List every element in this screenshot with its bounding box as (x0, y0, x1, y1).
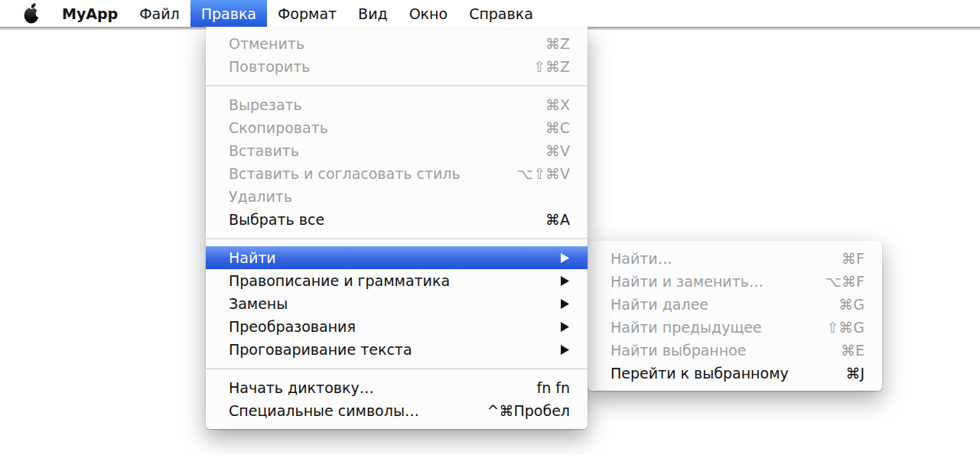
menu-item-shortcut: ⌘Z (545, 32, 570, 55)
menubar-item-label: Справка (469, 5, 533, 22)
edit-menu-item-1-2[interactable]: Вставить⌘V (206, 139, 588, 162)
menu-item-label: Вырезать (229, 93, 535, 116)
menu-item-label: Скопировать (229, 116, 535, 139)
menu-item-label: Выбрать все (229, 208, 535, 231)
edit-menu-item-2-0[interactable]: Найти (206, 246, 588, 269)
menu-item-label: Вставить и согласовать стиль (229, 162, 506, 185)
menu-item-label: Найти выбранное (610, 339, 830, 362)
menu-item-label: Замены (229, 292, 549, 315)
menu-item-shortcut: ⌘G (838, 293, 864, 316)
menu-item-label: Преобразования (229, 315, 549, 338)
menu-item-shortcut: ⌘E (841, 339, 864, 362)
menu-item-label: Перейти к выбранному (610, 362, 835, 385)
edit-menu-item-2-1[interactable]: Правописание и грамматика (206, 269, 588, 292)
find-submenu-item-0-4[interactable]: Найти выбранное⌘E (588, 339, 882, 362)
menu-item-label: Специальные символы… (229, 399, 477, 422)
menu-separator (206, 368, 588, 369)
menu-item-shortcut: ^⌘Пробел (487, 399, 570, 422)
menu-item-label: Найти далее (610, 293, 828, 316)
submenu-arrow-icon (559, 321, 570, 333)
submenu-arrow-icon (559, 298, 570, 310)
menu-item-label: Отменить (229, 32, 535, 55)
menubar-item-label: Окно (409, 5, 448, 22)
find-submenu-item-0-3[interactable]: Найти предыдущее⇧⌘G (588, 316, 882, 339)
edit-menu-item-2-2[interactable]: Замены (206, 292, 588, 315)
edit-menu-item-0-0[interactable]: Отменить⌘Z (206, 32, 588, 55)
menu-item-label: Найти (229, 246, 549, 269)
menu-item-shortcut: ⌘F (842, 247, 864, 270)
menubar-item-3[interactable]: Формат (267, 0, 347, 27)
submenu-arrow-icon (559, 252, 570, 264)
menu-item-shortcut: ⌥⇧⌘V (516, 162, 570, 185)
edit-menu-item-3-1[interactable]: Специальные символы…^⌘Пробел (206, 399, 588, 422)
menu-bar: MyAppФайлПравкаФорматВидОкноСправка (0, 0, 980, 27)
menubar-item-label: Правка (201, 5, 256, 22)
menu-item-shortcut: ⌘A (545, 208, 570, 231)
menu-item-label: Повторить (229, 55, 523, 78)
menu-item-shortcut: ⌘J (845, 362, 864, 385)
menu-item-label: Вставить (229, 139, 535, 162)
edit-menu-item-1-5[interactable]: Выбрать все⌘A (206, 208, 588, 231)
menu-item-label: Найти и заменить… (610, 270, 814, 293)
submenu-arrow-icon (559, 344, 570, 356)
menu-separator (206, 238, 588, 239)
edit-menu-item-3-0[interactable]: Начать диктовку…fn fn (206, 376, 588, 399)
menu-item-shortcut: ⌘C (545, 116, 570, 139)
edit-menu-item-1-1[interactable]: Скопировать⌘C (206, 116, 588, 139)
menubar-item-label: Файл (139, 5, 180, 22)
find-submenu-item-0-5[interactable]: Перейти к выбранному⌘J (588, 362, 882, 385)
menubar-item-4[interactable]: Вид (347, 0, 399, 27)
edit-menu-item-1-0[interactable]: Вырезать⌘X (206, 93, 588, 116)
menu-separator (206, 85, 588, 86)
menu-item-shortcut: fn fn (536, 376, 570, 399)
menu-item-label: Найти… (610, 247, 831, 270)
submenu-arrow-icon (559, 275, 570, 287)
menu-item-shortcut: ⇧⌘G (826, 316, 864, 339)
menubar-item-label: Формат (278, 5, 337, 22)
apple-menu[interactable] (13, 0, 51, 27)
find-submenu-item-0-2[interactable]: Найти далее⌘G (588, 293, 882, 316)
edit-menu-item-2-4[interactable]: Проговаривание текста (206, 338, 588, 361)
edit-menu-panel: Отменить⌘ZПовторить⇧⌘ZВырезать⌘XСкопиров… (206, 27, 588, 429)
menu-item-shortcut: ⌘X (545, 93, 570, 116)
menu-item-label: Проговаривание текста (229, 338, 549, 361)
menu-item-shortcut: ⌥⌘F (825, 270, 864, 293)
find-submenu-item-0-1[interactable]: Найти и заменить…⌥⌘F (588, 270, 882, 293)
menubar-item-0[interactable]: MyApp (51, 0, 129, 27)
menu-item-shortcut: ⇧⌘Z (533, 55, 570, 78)
menubar-items: MyAppФайлПравкаФорматВидОкноСправка (51, 0, 544, 27)
menubar-item-5[interactable]: Окно (399, 0, 458, 27)
find-submenu-panel: Найти…⌘FНайти и заменить…⌥⌘FНайти далее⌘… (588, 241, 882, 391)
menu-item-label: Найти предыдущее (610, 316, 816, 339)
edit-menu-item-1-4[interactable]: Удалить (206, 185, 588, 208)
menubar-item-label: MyApp (62, 5, 118, 22)
menubar-item-1[interactable]: Файл (129, 0, 190, 27)
apple-logo-icon (23, 2, 41, 24)
menu-item-label: Правописание и грамматика (229, 269, 549, 292)
menu-item-label: Удалить (229, 185, 570, 208)
edit-menu-item-2-3[interactable]: Преобразования (206, 315, 588, 338)
menubar-item-6[interactable]: Справка (458, 0, 544, 27)
menubar-item-2[interactable]: Правка (190, 0, 267, 27)
menu-item-shortcut: ⌘V (545, 139, 570, 162)
edit-menu-item-0-1[interactable]: Повторить⇧⌘Z (206, 55, 588, 78)
find-submenu-item-0-0[interactable]: Найти…⌘F (588, 247, 882, 270)
menubar-item-label: Вид (358, 5, 388, 22)
menu-item-label: Начать диктовку… (229, 376, 526, 399)
edit-menu-item-1-3[interactable]: Вставить и согласовать стиль⌥⇧⌘V (206, 162, 588, 185)
